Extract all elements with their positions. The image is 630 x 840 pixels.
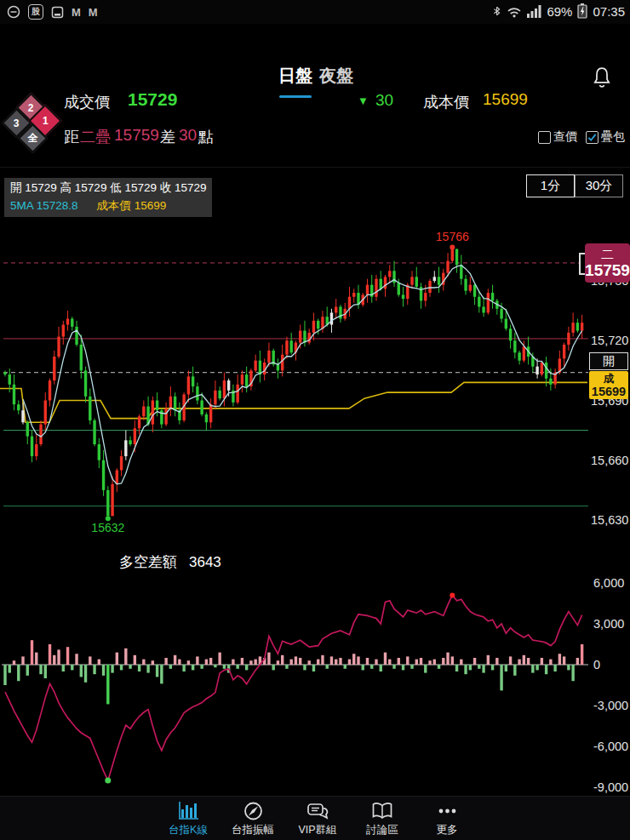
trade-price-label: 成交價 [64, 92, 110, 112]
level-lines [3, 263, 588, 506]
checked-checkbox-icon[interactable] [586, 131, 598, 144]
nav-item-台指振幅[interactable]: 台指振幅 [223, 798, 283, 839]
interval-switcher: 1分 30分 [526, 174, 623, 197]
checkbox-label: 查價 [553, 129, 577, 145]
close-value: 15729 [175, 181, 207, 194]
compass-icon [243, 801, 264, 821]
ma5-line [23, 266, 582, 484]
low-value: 15729 [124, 181, 157, 194]
interval-30min-button[interactable]: 30分 [575, 174, 623, 197]
distance-unit: 點 [198, 127, 214, 147]
cost-step-line [0, 382, 587, 422]
distance-level-value: 15759 [114, 126, 159, 145]
cost-price-value: 15699 [483, 90, 528, 109]
bottom-nav: 台指K線台指振幅VIP群組討論區更多 [0, 796, 630, 840]
ma5-legend: 5MA 15728.8 [10, 199, 78, 212]
clock: 07:35 [593, 4, 625, 19]
y-axis-label: -9,000 [593, 780, 628, 794]
battery-charging-icon [577, 3, 587, 19]
y-axis-label: 15,660 [591, 454, 628, 467]
status-right-cluster: 69% 07:35 [492, 3, 625, 19]
signal-icon [527, 5, 541, 18]
gmail-icon: M [89, 6, 98, 19]
y-axis-label: 0 [593, 658, 600, 671]
status-bar: 股 M M 69% [0, 0, 630, 24]
open-label: 開 [10, 181, 22, 194]
trading-app: 股 M M 69% [0, 0, 630, 840]
high-marker-dot [450, 245, 455, 250]
nav-item-label: 討論區 [366, 823, 398, 837]
change-arrow-icon: ▼ [358, 94, 369, 107]
long-short-diff-chart[interactable] [0, 572, 630, 793]
tab-day-session[interactable]: 日盤 [278, 65, 312, 88]
nav-item-台指K線[interactable]: 台指K線 [158, 798, 218, 839]
divider [0, 167, 630, 168]
open-price-badge: 開 [589, 352, 628, 370]
nav-item-label: VIP群組 [298, 823, 336, 837]
screenshot-icon [51, 6, 64, 19]
distance-prefix: 距 [64, 127, 79, 147]
book-icon [371, 801, 393, 821]
y-axis-label: 15,720 [591, 334, 628, 347]
nav-item-VIP群組[interactable]: VIP群組 [288, 798, 347, 839]
unchecked-checkbox-icon[interactable] [538, 131, 551, 144]
y-axis-label: 3,000 [593, 617, 624, 631]
lower-chart-title: 多空差額3643 [119, 552, 221, 572]
low-annotation: 15632 [91, 521, 124, 534]
more-dots-icon [436, 801, 459, 821]
y-axis-label: 6,000 [593, 576, 624, 590]
tab-night-session[interactable]: 夜盤 [319, 65, 353, 88]
stack-level-badge: 二 15759 [585, 243, 630, 283]
close-label: 收 [160, 181, 172, 194]
checkbox-row: 查價疊包 [538, 129, 625, 145]
status-left-icons: 股 M M [7, 4, 98, 20]
wifi-icon [507, 5, 522, 18]
distance-diff-value: 30 [179, 126, 197, 145]
high-value: 15729 [75, 181, 107, 194]
kline-chart-icon [177, 801, 200, 821]
distance-level-label: 二疊 [80, 127, 111, 147]
line-min-dot [105, 778, 111, 784]
checkbox-price-check[interactable]: 查價 [538, 129, 577, 145]
gmail-icon: M [72, 6, 81, 19]
cost-price-badge: 成 15699 [589, 371, 628, 399]
high-label: 高 [60, 181, 72, 194]
nav-item-label: 台指K線 [169, 823, 208, 837]
header: 日盤 夜盤 [0, 24, 630, 87]
checkbox-stack-pack[interactable]: 疊包 [586, 129, 625, 145]
low-label: 低 [110, 181, 122, 194]
chat-icon [306, 801, 329, 821]
line-max-dot [450, 592, 455, 597]
bell-icon[interactable] [591, 66, 613, 90]
bluetooth-icon [492, 4, 501, 18]
open-value: 15729 [25, 181, 57, 194]
stock-app-icon: 股 [28, 4, 43, 20]
cumulative-diff-line [5, 595, 582, 780]
nav-item-label: 台指振幅 [232, 823, 274, 837]
active-tab-underline [279, 95, 312, 98]
candlestick-chart[interactable]: 1576615632 [0, 211, 630, 551]
cost-legend: 成本價 15699 [96, 199, 166, 212]
trade-price-value: 15729 [128, 89, 177, 110]
checkbox-label: 疊包 [601, 129, 625, 145]
nav-item-更多[interactable]: 更多 [417, 798, 477, 839]
do-not-disturb-icon [7, 5, 20, 19]
diff-bars [3, 640, 583, 704]
nav-item-label: 更多 [437, 823, 458, 837]
battery-percent: 69% [547, 4, 572, 19]
y-axis-label: 15,630 [591, 513, 628, 527]
long-short-diff-value: 3643 [189, 554, 221, 570]
y-axis-label: -6,000 [593, 740, 628, 753]
high-annotation: 15766 [436, 230, 469, 243]
change-value: 30 [375, 91, 393, 110]
cost-price-label: 成本價 [423, 92, 469, 112]
interval-1min-button[interactable]: 1分 [526, 174, 575, 197]
y-axis-label: -3,000 [593, 699, 628, 712]
distance-diff-label: 差 [160, 127, 175, 147]
nav-item-討論區[interactable]: 討論區 [352, 798, 412, 839]
